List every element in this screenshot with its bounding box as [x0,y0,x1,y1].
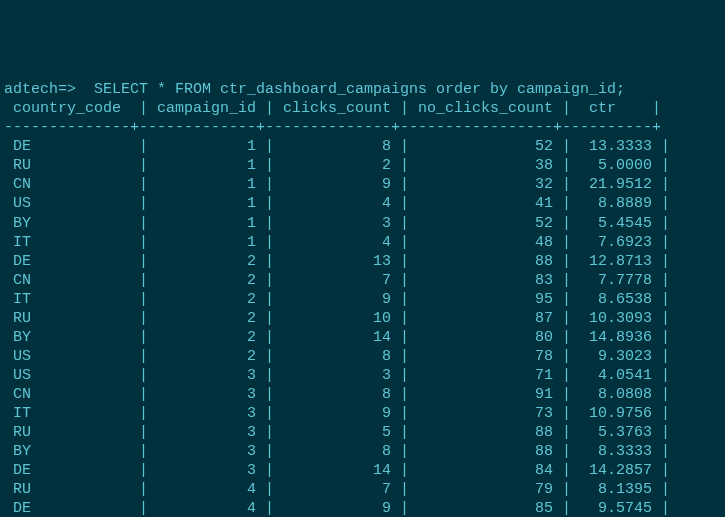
table-row: US | 3 | 3 | 71 | 4.0541 | [4,366,725,385]
table-separator: --------------+-------------+-----------… [4,118,725,137]
table-row: IT | 2 | 9 | 95 | 8.6538 | [4,290,725,309]
table-row: RU | 3 | 5 | 88 | 5.3763 | [4,423,725,442]
terminal-output: adtech=> SELECT * FROM ctr_dashboard_cam… [4,80,725,517]
table-row: RU | 4 | 7 | 79 | 8.1395 | [4,480,725,499]
table-row: DE | 2 | 13 | 88 | 12.8713 | [4,252,725,271]
table-row: US | 1 | 4 | 41 | 8.8889 | [4,194,725,213]
table-header: country_code | campaign_id | clicks_coun… [4,99,725,118]
table-row: US | 2 | 8 | 78 | 9.3023 | [4,347,725,366]
table-row: IT | 3 | 9 | 73 | 10.9756 | [4,404,725,423]
table-row: IT | 1 | 4 | 48 | 7.6923 | [4,233,725,252]
table-row: CN | 3 | 8 | 91 | 8.0808 | [4,385,725,404]
table-row: RU | 2 | 10 | 87 | 10.3093 | [4,309,725,328]
table-row: BY | 3 | 8 | 88 | 8.3333 | [4,442,725,461]
table-row: CN | 1 | 9 | 32 | 21.9512 | [4,175,725,194]
sql-query-line: adtech=> SELECT * FROM ctr_dashboard_cam… [4,80,725,99]
table-row: DE | 4 | 9 | 85 | 9.5745 | [4,499,725,517]
table-row: BY | 2 | 14 | 80 | 14.8936 | [4,328,725,347]
table-row: DE | 3 | 14 | 84 | 14.2857 | [4,461,725,480]
table-row: CN | 2 | 7 | 83 | 7.7778 | [4,271,725,290]
table-row: RU | 1 | 2 | 38 | 5.0000 | [4,156,725,175]
table-row: DE | 1 | 8 | 52 | 13.3333 | [4,137,725,156]
table-row: BY | 1 | 3 | 52 | 5.4545 | [4,214,725,233]
